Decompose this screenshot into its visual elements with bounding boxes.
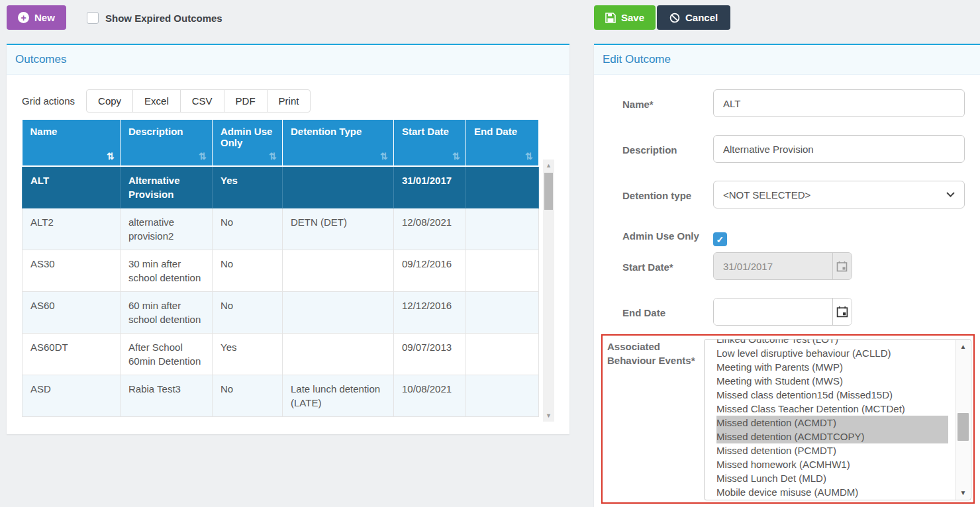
save-button[interactable]: Save	[594, 5, 656, 30]
list-item[interactable]: Missed homework (ACMHW1)	[716, 457, 948, 471]
list-item[interactable]: Missed detention (ACMDTCOPY)	[716, 430, 948, 443]
sort-icon[interactable]	[525, 151, 533, 161]
table-row[interactable]: AS60 60 min after school detention No 12…	[23, 292, 539, 334]
calendar-icon	[836, 306, 848, 318]
new-button-label: New	[34, 12, 55, 23]
export-button-csv[interactable]: CSV	[180, 89, 224, 113]
outcomes-table-head: NameDescriptionAdmin Use OnlyDetention T…	[23, 120, 539, 166]
associated-events-options: Linked Outcome Test (LOT)Low level disru…	[705, 339, 948, 499]
scroll-down-icon[interactable]	[543, 411, 554, 420]
edit-panel-header: Edit Outcome	[594, 45, 980, 75]
no-entry-icon	[669, 13, 680, 23]
admin-use-only-checkbox[interactable]	[713, 232, 727, 246]
detention-type-value: <NOT SELECTED>	[723, 189, 810, 201]
list-item[interactable]: Missed Lunch Det (MLD)	[716, 471, 948, 485]
outcomes-grid: NameDescriptionAdmin Use OnlyDetention T…	[22, 120, 554, 423]
table-row[interactable]: ASD Rabia Test3 No Late lunch detention …	[23, 375, 539, 417]
start-date-row: Start Date*	[609, 252, 965, 280]
sort-icon[interactable]	[452, 151, 460, 161]
grid-scrollbar-thumb[interactable]	[544, 173, 553, 210]
listbox-scrollbar-thumb[interactable]	[957, 413, 969, 441]
list-item[interactable]: Missed class detention15d (Missed15D)	[716, 388, 948, 402]
name-row: Name*	[609, 89, 965, 117]
description-label: Description	[622, 135, 713, 163]
end-date-picker-button[interactable]	[832, 299, 852, 325]
sort-icon[interactable]	[269, 151, 277, 161]
scroll-up-icon[interactable]	[543, 161, 554, 170]
associated-events-label: Associated Behaviour Events*	[607, 340, 697, 367]
listbox-scrollbar[interactable]	[956, 340, 970, 500]
description-row: Description	[609, 135, 965, 163]
list-item[interactable]: Missed detention (PCMDT)	[716, 443, 948, 457]
name-label: Name*	[622, 89, 713, 117]
start-date-picker-button	[832, 253, 852, 279]
column-header[interactable]: Description	[121, 120, 213, 166]
table-row[interactable]: ALT Alternative Provision Yes 31/01/2017	[23, 166, 539, 208]
table-row[interactable]: AS60DT After School 60min Detention Yes …	[23, 334, 539, 375]
column-header[interactable]: Admin Use Only	[213, 120, 283, 166]
admin-use-only-row: Admin Use Only	[609, 226, 965, 246]
sort-icon[interactable]	[107, 151, 115, 161]
grid-actions-bar: Grid actions CopyExcelCSVPDFPrint	[22, 89, 554, 113]
column-header[interactable]: End Date	[466, 120, 539, 166]
name-input[interactable]	[713, 89, 965, 117]
show-expired-checkbox[interactable]	[87, 12, 99, 24]
list-item[interactable]: Low level disruptive behaviour (ACLLD)	[716, 346, 948, 360]
export-button-excel[interactable]: Excel	[132, 89, 181, 113]
list-item[interactable]: Mobile device misuse (AUMDM)	[716, 485, 948, 499]
edit-panel-title: Edit Outcome	[603, 53, 671, 66]
scroll-down-icon[interactable]	[956, 488, 970, 498]
table-row[interactable]: ALT2 alternative provision2 No DETN (DET…	[23, 208, 539, 250]
start-date-label: Start Date*	[622, 252, 713, 280]
edit-outcome-panel: Edit Outcome Name* Description Detention…	[594, 44, 980, 507]
show-expired-label: Show Expired Outcomes	[105, 13, 222, 24]
outcomes-panel-header: Outcomes	[7, 45, 569, 75]
cancel-button-label: Cancel	[685, 12, 718, 23]
end-date-input[interactable]	[714, 299, 832, 325]
column-header[interactable]: Name	[23, 120, 121, 166]
end-date-label: End Date	[622, 298, 713, 326]
export-button-group: CopyExcelCSVPDFPrint	[86, 89, 311, 113]
end-date-row: End Date	[609, 298, 965, 326]
list-item[interactable]: Meeting with Student (MWS)	[716, 374, 948, 388]
chevron-down-icon	[946, 192, 955, 197]
save-button-label: Save	[621, 12, 644, 23]
plus-icon	[18, 12, 29, 23]
outcomes-table-body: ALT Alternative Provision Yes 31/01/2017…	[23, 166, 539, 417]
associated-events-listbox[interactable]: Linked Outcome Test (LOT)Low level disru…	[704, 339, 971, 500]
grid-scrollbar[interactable]	[543, 160, 554, 422]
list-item[interactable]: Missed detention (ACMDT)	[716, 416, 948, 430]
list-item[interactable]: Missed Class Teacher Detention (MCTDet)	[716, 402, 948, 416]
cancel-button[interactable]: Cancel	[657, 5, 730, 30]
outcomes-panel: Outcomes Grid actions CopyExcelCSVPDFPri…	[7, 44, 569, 434]
detention-type-label: Detention type	[622, 181, 713, 208]
table-row[interactable]: AS30 30 min after school detention No 09…	[23, 250, 539, 292]
column-header[interactable]: Start Date	[394, 120, 466, 166]
detention-type-select[interactable]: <NOT SELECTED>	[713, 181, 965, 208]
new-button[interactable]: New	[7, 5, 66, 30]
detention-type-row: Detention type <NOT SELECTED>	[609, 181, 965, 208]
admin-use-only-label: Admin Use Only	[622, 226, 713, 246]
list-item[interactable]: Meeting with Parents (MWP)	[716, 360, 948, 374]
start-date-input	[714, 253, 832, 279]
scroll-up-icon[interactable]	[956, 342, 970, 352]
outcomes-panel-title: Outcomes	[15, 53, 66, 66]
floppy-disk-icon	[605, 13, 616, 23]
show-expired-row: Show Expired Outcomes	[87, 12, 222, 24]
column-header[interactable]: Detention Type	[283, 120, 394, 166]
export-button-copy[interactable]: Copy	[86, 89, 133, 113]
sort-icon[interactable]	[199, 151, 207, 161]
list-item[interactable]: Linked Outcome Test (LOT)	[716, 339, 948, 346]
calendar-icon	[836, 261, 848, 272]
sort-icon[interactable]	[380, 151, 388, 161]
description-input[interactable]	[713, 135, 965, 163]
export-button-pdf[interactable]: PDF	[224, 89, 268, 113]
grid-actions-label: Grid actions	[22, 95, 75, 107]
export-button-print[interactable]: Print	[267, 89, 311, 113]
